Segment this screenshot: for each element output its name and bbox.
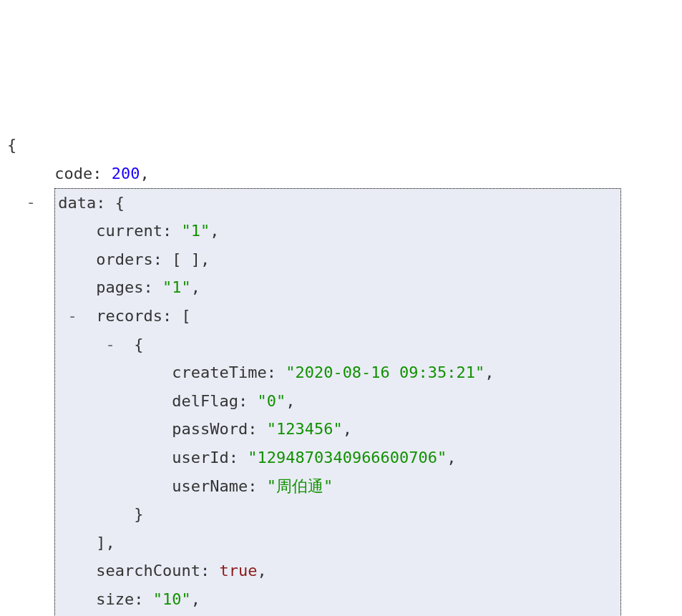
brace-open: { — [7, 136, 16, 154]
brace-close: } — [134, 505, 143, 523]
brace-open: { — [115, 194, 125, 212]
bracket-close: ] — [96, 534, 105, 552]
key-delFlag: delFlag — [172, 392, 238, 410]
comma: , — [105, 534, 115, 552]
key-userName: userName — [172, 477, 248, 495]
key-userId: userId — [172, 449, 228, 466]
value-searchCount: true — [219, 562, 257, 580]
comma: , — [191, 590, 200, 608]
colon: : — [153, 250, 172, 268]
value-userId: "1294870340966600706" — [248, 449, 447, 466]
value-userName: "周伯通" — [267, 477, 333, 495]
colon: : — [143, 278, 162, 296]
colon: : — [162, 307, 182, 325]
collapse-toggle[interactable]: - — [68, 302, 77, 331]
key-searchCount: searchCount — [96, 562, 200, 580]
comma: , — [484, 363, 494, 381]
colon: : — [248, 420, 267, 438]
comma: , — [286, 392, 295, 410]
bracket-open: [ — [181, 307, 190, 325]
collapse-toggle[interactable]: - — [26, 188, 36, 217]
colon: : — [162, 222, 182, 240]
brace-open: { — [134, 336, 143, 353]
comma: , — [200, 250, 210, 268]
colon: : — [267, 363, 286, 381]
key-createTime: createTime — [172, 363, 266, 381]
colon: : — [238, 392, 258, 410]
colon: : — [229, 449, 248, 466]
comma: , — [210, 222, 219, 240]
value-code: 200 — [112, 165, 140, 182]
key-orders: orders — [96, 250, 152, 268]
comma: , — [140, 165, 149, 182]
value-orders-empty: [ ] — [172, 250, 200, 268]
comma: , — [191, 278, 200, 296]
value-delFlag: "0" — [257, 392, 286, 410]
key-size: size — [96, 590, 134, 608]
colon: : — [200, 562, 220, 580]
comma: , — [257, 562, 266, 580]
key-current: current — [96, 222, 162, 240]
key-pages: pages — [96, 278, 143, 296]
value-pages: "1" — [162, 278, 191, 296]
comma: , — [343, 420, 352, 438]
json-viewer: { code: 200, - data: { current: "1", ord… — [7, 131, 675, 616]
comma: , — [447, 449, 456, 466]
key-data: data — [58, 194, 96, 212]
highlight-region: data: { current: "1", orders: [ ], pages… — [54, 188, 620, 616]
colon: : — [134, 590, 153, 608]
colon: : — [96, 194, 115, 212]
collapse-toggle[interactable]: - — [105, 331, 115, 359]
value-passWord: "123456" — [267, 420, 343, 438]
value-current: "1" — [181, 222, 210, 240]
key-passWord: passWord — [172, 420, 248, 438]
colon: : — [92, 165, 112, 182]
key-code: code — [54, 165, 92, 182]
key-records: records — [96, 307, 162, 325]
colon: : — [248, 477, 267, 495]
value-createTime: "2020-08-16 09:35:21" — [286, 363, 484, 381]
value-size: "10" — [153, 590, 191, 608]
